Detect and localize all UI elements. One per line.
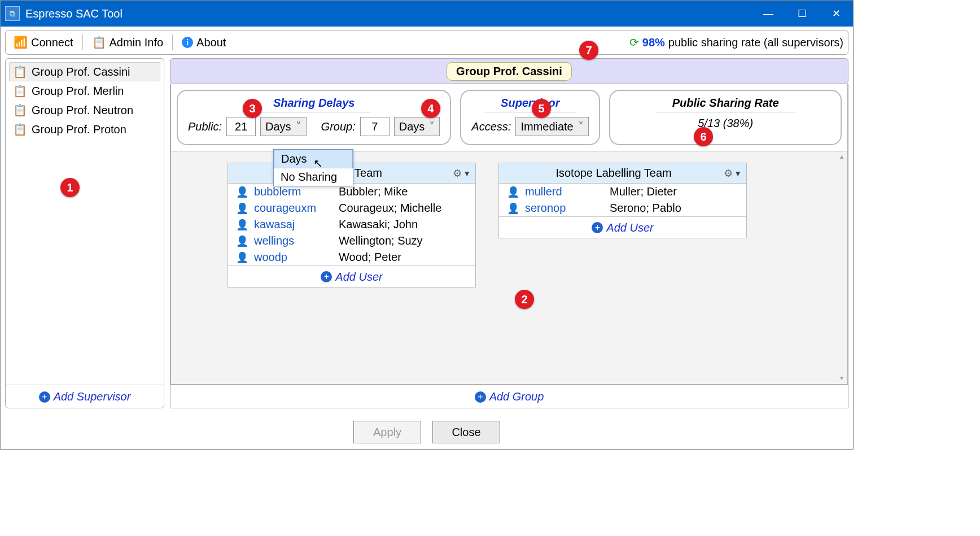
user-full: Courageux; Michelle bbox=[339, 202, 441, 215]
user-row[interactable]: 👤courageuxmCourageux; Michelle bbox=[228, 200, 475, 216]
plus-icon: + bbox=[592, 222, 603, 233]
clipboard-icon: 📋 bbox=[13, 84, 27, 98]
main-panel: Group Prof. Cassini Sharing Delays Publi… bbox=[170, 58, 848, 408]
user-row[interactable]: 👤seronopSerono; Pablo bbox=[499, 200, 746, 216]
callout-6: 6 bbox=[694, 127, 713, 146]
user-full: Wood; Peter bbox=[339, 251, 401, 264]
scroll-down-icon[interactable]: ▾ bbox=[837, 374, 846, 383]
group-unit-combo[interactable]: Days bbox=[394, 117, 440, 136]
apply-button[interactable]: Apply bbox=[353, 421, 421, 443]
group-body: Sharing Delays Public: Days Group: Days bbox=[170, 84, 848, 408]
team-name: Isotope Labelling Team bbox=[504, 167, 724, 180]
sidebar-item-label: Group Prof. Cassini bbox=[32, 66, 130, 79]
dropdown-option-days[interactable]: Days bbox=[274, 150, 353, 168]
main-footer: +Add Group bbox=[170, 385, 848, 408]
app-window: ⧉ Espresso SAC Tool — ☐ ✕ 📶 Connect 📋 Ad… bbox=[0, 0, 854, 450]
public-label: Public: bbox=[188, 120, 222, 133]
refresh-icon[interactable]: ⟳ bbox=[629, 36, 639, 49]
user-icon: 👤 bbox=[236, 202, 248, 215]
gear-icon[interactable]: ⚙ bbox=[453, 167, 462, 180]
settings-row: Sharing Delays Public: Days Group: Days bbox=[170, 84, 848, 151]
user-icon: 👤 bbox=[507, 202, 519, 215]
access-combo[interactable]: Immediate bbox=[515, 117, 589, 136]
teams-area: Research Team ⚙ ▼ 👤bubblermBubbler; Mike… bbox=[170, 151, 848, 385]
dialog-buttons: Apply Close bbox=[1, 413, 853, 449]
callout-4: 4 bbox=[421, 99, 440, 118]
close-button[interactable]: Close bbox=[432, 421, 500, 443]
add-user-label: Add User bbox=[335, 271, 382, 284]
user-row[interactable]: 👤woodpWood; Peter bbox=[228, 249, 475, 265]
app-icon: ⧉ bbox=[5, 6, 20, 21]
user-full: Serono; Pablo bbox=[610, 202, 681, 215]
psr-fieldset: Public Sharing Rate 5/13 (38%) bbox=[609, 90, 842, 145]
user-id: woodp bbox=[254, 251, 333, 264]
chevron-down-icon[interactable]: ▼ bbox=[734, 169, 742, 178]
clipboard-icon: 📋 bbox=[92, 36, 106, 49]
sidebar-item-neutron[interactable]: 📋 Group Prof. Neutron bbox=[9, 101, 160, 120]
supervisor-fieldset: Supervisor Access: Immediate bbox=[460, 90, 600, 145]
group-header: Group Prof. Cassini bbox=[170, 58, 848, 84]
info-icon: i bbox=[182, 37, 193, 48]
plus-icon: + bbox=[475, 391, 486, 403]
clipboard-icon: 📋 bbox=[13, 65, 27, 79]
team-footer: +Add User bbox=[499, 216, 746, 238]
group-unit-label: Days bbox=[399, 120, 425, 133]
supervisor-list: 📋 Group Prof. Cassini 📋 Group Prof. Merl… bbox=[6, 59, 164, 385]
scroll-up-icon[interactable]: ▴ bbox=[837, 152, 846, 162]
sharing-rate-pct: 98% bbox=[642, 36, 665, 49]
user-id: seronop bbox=[525, 202, 604, 215]
add-user-button[interactable]: +Add User bbox=[321, 271, 382, 284]
add-user-button[interactable]: +Add User bbox=[592, 221, 653, 234]
connect-icon: 📶 bbox=[14, 36, 28, 49]
user-row[interactable]: 👤mullerdMuller; Dieter bbox=[499, 184, 746, 200]
user-icon: 👤 bbox=[507, 186, 519, 198]
user-icon: 👤 bbox=[236, 251, 248, 264]
user-row[interactable]: 👤wellingsWellington; Suzy bbox=[228, 233, 475, 249]
minimize-button[interactable]: — bbox=[751, 1, 785, 27]
team-header: Isotope Labelling Team ⚙ ▼ bbox=[499, 163, 746, 184]
user-icon: 👤 bbox=[236, 235, 248, 247]
add-group-button[interactable]: +Add Group bbox=[475, 390, 544, 403]
gear-icon[interactable]: ⚙ bbox=[724, 167, 733, 180]
global-sharing-rate: ⟳ 98% public sharing rate (all superviso… bbox=[629, 36, 843, 49]
scrollbar[interactable]: ▴▾ bbox=[837, 152, 846, 383]
user-full: Bubbler; Mike bbox=[339, 185, 408, 198]
public-unit-combo[interactable]: Days bbox=[260, 117, 307, 136]
sidebar-item-label: Group Prof. Neutron bbox=[32, 104, 133, 117]
user-row[interactable]: 👤kawasajKawasaki; John bbox=[228, 216, 475, 233]
unit-dropdown-popup: Days No Sharing bbox=[273, 149, 353, 186]
add-supervisor-button[interactable]: + Add Supervisor bbox=[39, 390, 131, 403]
admin-info-button[interactable]: 📋 Admin Info bbox=[89, 34, 167, 50]
chevron-down-icon[interactable]: ▼ bbox=[463, 169, 471, 178]
sidebar-item-label: Group Prof. Proton bbox=[32, 123, 126, 136]
sidebar-item-merlin[interactable]: 📋 Group Prof. Merlin bbox=[9, 81, 160, 101]
public-unit-label: Days bbox=[265, 120, 291, 133]
callout-5: 5 bbox=[532, 99, 551, 118]
user-id: courageuxm bbox=[254, 202, 333, 215]
sharing-delays-legend: Sharing Delays bbox=[257, 97, 371, 112]
app-title: Espresso SAC Tool bbox=[25, 7, 751, 20]
user-full: Kawasaki; John bbox=[339, 218, 418, 231]
psr-legend: Public Sharing Rate bbox=[657, 97, 795, 112]
access-label: Access: bbox=[471, 120, 511, 133]
group-delay-input[interactable] bbox=[360, 117, 390, 136]
group-title: Group Prof. Cassini bbox=[447, 62, 572, 81]
close-window-button[interactable]: ✕ bbox=[819, 1, 853, 27]
admin-label: Admin Info bbox=[110, 36, 164, 49]
connect-button[interactable]: 📶 Connect bbox=[10, 34, 77, 50]
callout-7: 7 bbox=[579, 41, 598, 60]
connect-label: Connect bbox=[31, 36, 73, 49]
sidebar-item-proton[interactable]: 📋 Group Prof. Proton bbox=[9, 120, 160, 139]
callout-3: 3 bbox=[243, 99, 262, 118]
separator bbox=[82, 34, 83, 50]
sharing-rate-text: public sharing rate (all supervisors) bbox=[668, 36, 843, 49]
team-footer: +Add User bbox=[228, 265, 475, 287]
about-button[interactable]: i About bbox=[178, 35, 229, 50]
sidebar-item-cassini[interactable]: 📋 Group Prof. Cassini bbox=[9, 62, 160, 81]
maximize-button[interactable]: ☐ bbox=[785, 1, 819, 27]
user-id: bubblerm bbox=[254, 185, 333, 198]
dropdown-option-nosharing[interactable]: No Sharing bbox=[274, 168, 353, 186]
about-label: About bbox=[196, 36, 226, 49]
public-delay-input[interactable] bbox=[226, 117, 256, 136]
sidebar-footer: + Add Supervisor bbox=[6, 385, 164, 408]
